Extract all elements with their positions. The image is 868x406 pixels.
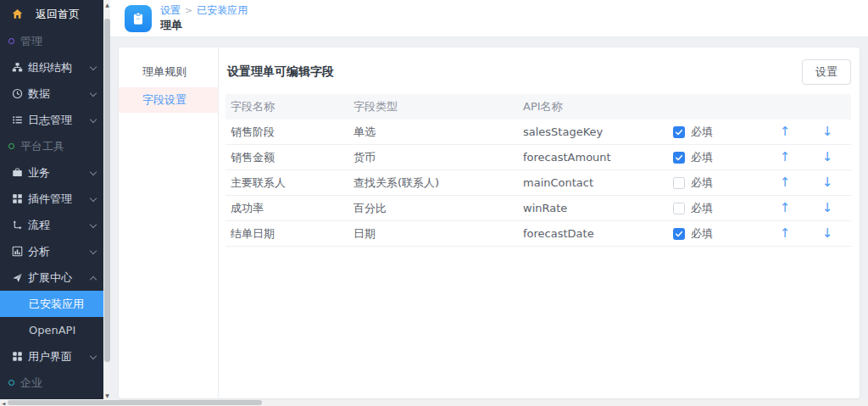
horizontal-scrollbar-thumb[interactable] [8, 400, 262, 405]
panel-header: 设置理单可编辑字段 设置 [225, 59, 851, 85]
column-header-api-name: API名称 [518, 99, 668, 114]
required-cell: 必填 [668, 175, 761, 191]
sidebar-item-分析[interactable]: 分析 [0, 238, 103, 264]
plugin-icon [10, 193, 24, 204]
sidebar-item-label: 企业 [20, 375, 42, 391]
vertical-scrollbar-thumb[interactable] [104, 19, 110, 362]
sidebar-home-link[interactable]: 返回首页 [0, 0, 103, 28]
fields-panel: 设置理单可编辑字段 设置 字段名称 字段类型 API名称 销售阶段单选sales… [219, 47, 860, 398]
column-header-field-name: 字段名称 [225, 99, 348, 114]
sidebar-item-label: 日志管理 [28, 113, 72, 128]
sidebar-item-组织结构[interactable]: 组织结构 [0, 54, 103, 81]
ring-icon [8, 380, 14, 386]
table-row: 销售阶段单选salesStageKey必填↑↓ [225, 120, 851, 145]
sidebar-item-业务[interactable]: 业务 [0, 159, 103, 186]
subnav-tab-字段设置[interactable]: 字段设置 [119, 87, 218, 113]
sidebar-item-label: 流程 [28, 218, 50, 233]
sidebar-item-扩展中心[interactable]: 扩展中心 [0, 264, 103, 291]
required-checkbox[interactable] [673, 177, 685, 189]
required-cell: 必填 [668, 226, 761, 242]
sidebar-item-label: 插件管理 [28, 192, 72, 207]
sidebar-item-已安装应用[interactable]: 已安装应用 [0, 291, 103, 317]
move-up-icon[interactable]: ↑ [780, 176, 791, 189]
move-up-icon[interactable]: ↑ [780, 151, 791, 164]
api-name-cell: salesStageKey [518, 125, 668, 138]
field-name-cell: 成功率 [225, 201, 348, 216]
breadcrumb-link-settings[interactable]: 设置 [160, 4, 181, 16]
scroll-left-arrow-icon[interactable]: ◄ [0, 399, 7, 406]
sidebar-item-label: 平台工具 [20, 139, 64, 154]
move-up-icon[interactable]: ↑ [780, 202, 791, 214]
chevron-up-icon [90, 276, 97, 283]
table-header-row: 字段名称 字段类型 API名称 [225, 94, 851, 120]
api-name-cell: winRate [518, 202, 668, 214]
field-type-cell: 单选 [348, 125, 518, 140]
move-down-icon[interactable]: ↓ [822, 125, 833, 138]
settings-button[interactable]: 设置 [802, 59, 851, 85]
home-icon [10, 8, 24, 20]
list-icon [10, 114, 24, 125]
sidebar-item-用户界面[interactable]: 用户界面 [0, 343, 103, 370]
sidebar-item-流程[interactable]: 流程 [0, 212, 103, 238]
chevron-down-icon [90, 221, 97, 228]
chevron-down-icon [90, 195, 97, 202]
required-checkbox[interactable] [673, 126, 685, 138]
sitemap-icon [10, 62, 24, 73]
api-name-cell: mainContact [518, 176, 668, 189]
breadcrumb: 设置>已安装应用 [160, 4, 248, 17]
briefcase-icon [10, 167, 24, 178]
sidebar-item-label: 组织结构 [28, 60, 72, 75]
page-header: 设置>已安装应用 理单 [110, 0, 868, 37]
required-checkbox[interactable] [673, 152, 685, 164]
ring-icon [8, 38, 14, 44]
chevron-down-icon [90, 64, 97, 70]
sidebar: 返回首页 管理组织结构数据日志管理平台工具业务插件管理流程分析扩展中心已安装应用… [0, 0, 103, 399]
subnav-tab-理单规则[interactable]: 理单规则 [119, 59, 218, 85]
chevron-down-icon [90, 353, 97, 359]
sidebar-item-label: 分析 [28, 244, 50, 259]
sidebar-item-日志管理[interactable]: 日志管理 [0, 107, 103, 133]
field-name-cell: 结单日期 [225, 226, 348, 242]
column-header-field-type: 字段类型 [348, 99, 518, 114]
chevron-down-icon [90, 90, 97, 97]
flow-icon [10, 220, 24, 231]
field-type-cell: 百分比 [348, 201, 518, 216]
breadcrumb-link-installed-apps[interactable]: 已安装应用 [197, 4, 248, 16]
sidebar-item-label: 业务 [28, 165, 50, 181]
sidebar-item-插件管理[interactable]: 插件管理 [0, 186, 103, 212]
sidebar-item-label: OpenAPI [29, 324, 75, 336]
move-down-icon[interactable]: ↓ [822, 227, 833, 240]
required-checkbox[interactable] [673, 228, 685, 240]
field-type-cell: 查找关系(联系人) [348, 175, 518, 191]
chevron-down-icon [90, 169, 97, 175]
move-down-icon[interactable]: ↓ [822, 176, 833, 189]
required-checkbox[interactable] [673, 203, 685, 214]
chart-icon [10, 246, 24, 257]
move-down-icon[interactable]: ↓ [822, 151, 833, 164]
sidebar-item-企业[interactable]: 企业 [0, 370, 103, 396]
field-name-cell: 销售金额 [225, 150, 348, 165]
move-up-icon[interactable]: ↑ [780, 227, 791, 240]
sidebar-item-label: 数据 [28, 86, 50, 102]
section-title: 设置理单可编辑字段 [227, 64, 334, 80]
sidebar-item-数据[interactable]: 数据 [0, 81, 103, 107]
horizontal-scrollbar[interactable]: ◄ [0, 399, 868, 406]
sidebar-item-OpenAPI[interactable]: OpenAPI [0, 317, 103, 343]
field-name-cell: 主要联系人 [225, 175, 348, 191]
sidebar-menu: 管理组织结构数据日志管理平台工具业务插件管理流程分析扩展中心已安装应用OpenA… [0, 28, 103, 396]
move-up-icon[interactable]: ↑ [780, 125, 791, 138]
required-label: 必填 [691, 226, 713, 242]
sidebar-item-管理[interactable]: 管理 [0, 28, 103, 54]
field-name-cell: 销售阶段 [225, 125, 348, 140]
extension-icon [10, 272, 24, 283]
sidebar-item-平台工具[interactable]: 平台工具 [0, 133, 103, 159]
sidebar-item-label: 用户界面 [28, 349, 72, 364]
page-title: 理单 [160, 19, 248, 32]
breadcrumb-separator: > [185, 5, 192, 16]
field-type-cell: 货币 [348, 150, 518, 165]
clock-icon [10, 88, 24, 99]
move-down-icon[interactable]: ↓ [822, 202, 833, 214]
grid-icon [10, 351, 24, 362]
sidebar-item-label: 管理 [20, 34, 42, 49]
field-type-cell: 日期 [348, 226, 518, 242]
